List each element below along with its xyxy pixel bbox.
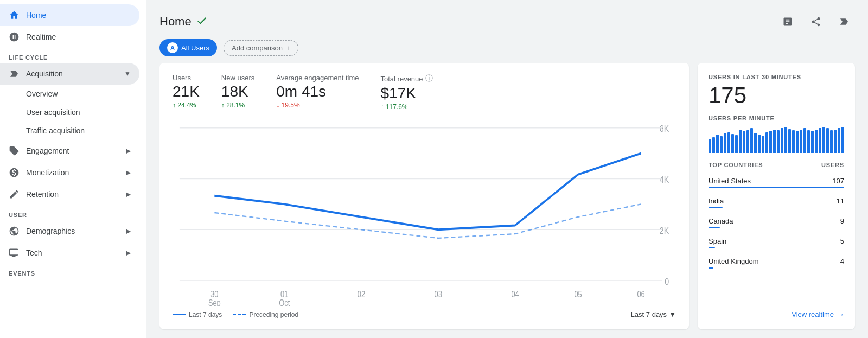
sidebar-item-overview[interactable]: Overview xyxy=(0,85,139,103)
mini-bar xyxy=(777,130,780,153)
view-realtime-arrow: → xyxy=(837,310,844,318)
sidebar-item-tech[interactable]: Tech ▶ xyxy=(0,242,139,264)
metric-new-users: New users 18K ↑ 28.1% xyxy=(221,74,254,111)
main-content: Home A All Users Add comparison + xyxy=(146,0,868,338)
engagement-change: ↓ 19.5% xyxy=(276,101,359,109)
date-range-arrow: ▼ xyxy=(669,310,676,318)
mini-bar xyxy=(838,128,840,153)
users-value: 21K xyxy=(173,83,200,100)
engagement-icon xyxy=(9,145,20,156)
overview-label: Overview xyxy=(26,90,58,98)
add-comparison-button[interactable]: Add comparison + xyxy=(224,40,298,56)
all-users-label: All Users xyxy=(181,44,209,52)
new-users-value: 18K xyxy=(221,83,254,100)
acquisition-icon xyxy=(9,68,20,79)
sidebar-item-retention[interactable]: Retention ▶ xyxy=(0,183,139,205)
sidebar-item-realtime[interactable]: Realtime xyxy=(0,26,139,48)
mini-bar xyxy=(727,132,730,153)
country-name: Spain xyxy=(709,237,726,245)
tech-icon xyxy=(9,247,20,258)
mini-bar xyxy=(819,128,821,153)
country-name: United Kingdom xyxy=(709,257,759,265)
demographics-arrow: ▶ xyxy=(126,227,131,235)
monetization-arrow: ▶ xyxy=(126,169,131,176)
country-row-top: United Kingdom4 xyxy=(709,257,844,265)
legend-preceding-label: Preceding period xyxy=(249,311,298,318)
country-row-top: United States107 xyxy=(709,177,844,185)
svg-text:0: 0 xyxy=(665,277,669,287)
country-row: United Kingdom4 xyxy=(709,253,844,273)
all-users-chip[interactable]: A All Users xyxy=(159,39,217,56)
anomaly-button[interactable] xyxy=(833,11,855,33)
country-bar xyxy=(709,227,720,228)
page-title: Home xyxy=(159,15,192,29)
metric-engagement: Average engagement time 0m 41s ↓ 19.5% xyxy=(276,74,359,111)
svg-text:4K: 4K xyxy=(660,175,669,185)
per-minute-chart xyxy=(709,126,844,153)
sidebar-item-engagement[interactable]: Engagement ▶ xyxy=(0,140,139,162)
svg-text:02: 02 xyxy=(358,290,365,299)
mini-bar xyxy=(716,135,719,153)
metric-revenue: Total revenue ⓘ $17K ↑ 117.6% xyxy=(381,74,433,111)
svg-text:Oct: Oct xyxy=(279,298,290,306)
per-minute-label: USERS PER MINUTE xyxy=(709,115,844,122)
lifecycle-section-label: LIFE CYCLE xyxy=(0,48,146,63)
country-row: United States107 xyxy=(709,173,844,193)
customize-button[interactable] xyxy=(777,11,799,33)
view-realtime-button[interactable]: View realtime → xyxy=(709,304,844,318)
user-section-label: USER xyxy=(0,205,146,220)
sidebar: Home Realtime LIFE CYCLE Acquisition ▼ O… xyxy=(0,0,146,338)
users-column-label: USERS xyxy=(821,162,844,168)
country-count: 4 xyxy=(840,257,844,265)
new-users-change: ↑ 28.1% xyxy=(221,101,254,109)
realtime-label: USERS IN LAST 30 MINUTES xyxy=(709,74,844,80)
retention-label: Retention xyxy=(26,190,59,199)
retention-arrow: ▶ xyxy=(126,190,131,198)
sidebar-realtime-label: Realtime xyxy=(26,33,56,41)
sidebar-item-demographics[interactable]: Demographics ▶ xyxy=(0,220,139,242)
sidebar-item-monetization[interactable]: Monetization ▶ xyxy=(0,162,139,183)
mini-bar xyxy=(739,130,742,153)
revenue-info-icon[interactable]: ⓘ xyxy=(425,74,433,84)
svg-text:06: 06 xyxy=(637,290,644,299)
revenue-label: Total revenue ⓘ xyxy=(381,74,433,84)
country-count: 11 xyxy=(837,197,844,205)
sidebar-acquisition-label: Acquisition xyxy=(26,69,63,78)
mini-bar xyxy=(788,129,791,153)
country-count: 5 xyxy=(840,237,844,245)
mini-bar xyxy=(709,139,711,153)
mini-bar xyxy=(803,128,806,153)
country-row: India11 xyxy=(709,193,844,213)
chart-svg: 6K 4K 2K 0 30 Sep 01 Oct 02 03 0 xyxy=(173,119,676,306)
add-comparison-label: Add comparison xyxy=(232,44,283,52)
mini-bar xyxy=(822,127,825,153)
monetization-icon xyxy=(9,167,20,178)
country-name: Canada xyxy=(709,217,733,225)
main-card: Users 21K ↑ 24.4% New users 18K ↑ 28.1% xyxy=(159,63,689,329)
mini-bar xyxy=(735,135,738,153)
country-row: Spain5 xyxy=(709,233,844,253)
country-rows: United States107India11Canada9Spain5Unit… xyxy=(709,173,844,273)
sidebar-item-traffic-acquisition[interactable]: Traffic acquisition xyxy=(0,122,139,140)
add-icon: + xyxy=(286,44,290,52)
legend-last7: Last 7 days xyxy=(173,311,222,318)
mini-bar xyxy=(712,137,715,153)
mini-bar xyxy=(792,130,795,153)
engagement-value: 0m 41s xyxy=(276,83,359,100)
svg-text:Sep: Sep xyxy=(208,298,221,306)
line-chart: 6K 4K 2K 0 30 Sep 01 Oct 02 03 0 xyxy=(173,119,676,306)
country-name: United States xyxy=(709,177,751,185)
sidebar-item-home[interactable]: Home xyxy=(0,4,139,26)
mini-bar xyxy=(765,132,768,153)
mini-bar xyxy=(720,136,723,153)
demographics-label: Demographics xyxy=(26,227,75,235)
acquisition-arrow: ▼ xyxy=(124,70,131,78)
mini-bar xyxy=(746,130,749,153)
mini-bar xyxy=(754,133,757,153)
sidebar-item-acquisition[interactable]: Acquisition ▼ xyxy=(0,63,139,85)
country-bar xyxy=(709,267,713,269)
share-button[interactable] xyxy=(805,11,827,33)
filter-bar: A All Users Add comparison + xyxy=(146,39,868,63)
sidebar-item-user-acquisition[interactable]: User acquisition xyxy=(0,103,139,122)
date-range-button[interactable]: Last 7 days ▼ xyxy=(631,310,676,318)
